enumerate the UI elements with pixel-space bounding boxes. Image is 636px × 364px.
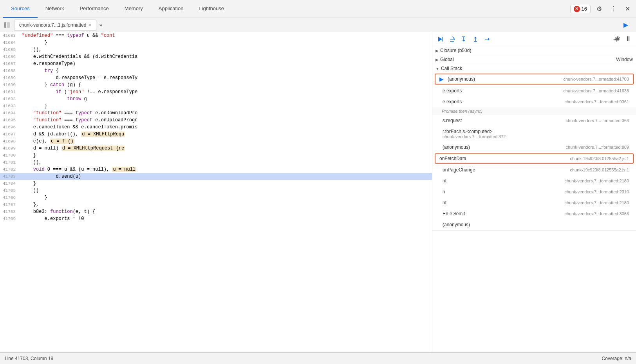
call-stack-item-srequest[interactable]: s.request chunk-vendors.7...:formatted:3… <box>432 115 636 126</box>
code-line-41692: 41692 throw g <box>0 96 432 103</box>
close-devtools-button[interactable]: ✕ <box>622 4 633 14</box>
code-line-41700: 41700 } <box>0 152 432 159</box>
tab-network[interactable]: Network <box>38 0 72 18</box>
code-line-41701: 41701 )), <box>0 159 432 166</box>
code-line-41697: 41697 d && (d.abort(), d = XMLHttpRequ <box>0 131 432 138</box>
code-line-41684: 41684 } <box>0 39 432 46</box>
call-stack-item-nt-1[interactable]: nt chunk-vendors.7...formatted:2180 <box>432 175 636 186</box>
run-script-button[interactable]: ▶ <box>620 20 631 31</box>
file-tab-right-actions: ▶ <box>620 20 634 31</box>
status-bar: Line 41703, Column 19 Coverage: n/a <box>0 352 636 364</box>
call-stack-section: ▼ Call Stack ▶ (anonymous) chunk-vendors… <box>432 64 636 231</box>
call-stack-item-n[interactable]: n chunk-vendors.7...formatted:2310 <box>432 186 636 197</box>
call-stack-item-nt-2[interactable]: nt chunk-vendors.7...formatted:2180 <box>432 197 636 208</box>
call-stack-item-onfetchdata[interactable]: onFetchData chunk-19c920f8.012555a2.js:1 <box>435 153 634 164</box>
settings-button[interactable]: ⚙ <box>594 4 605 14</box>
active-frame-arrow-icon: ▶ <box>439 76 444 82</box>
closure-header[interactable]: ▶ Closure (b50d) <box>432 46 636 55</box>
global-section: ▶ Global Window <box>432 55 636 64</box>
call-stack-item-anonymous-active[interactable]: ▶ (anonymous) chunk-vendors.7...ormatted… <box>435 74 634 85</box>
tab-sources[interactable]: Sources <box>3 0 38 18</box>
code-line-41698: 41698 c(e), c = f () <box>0 138 432 145</box>
code-line-41708: 41708 b8e3: function(e, t) { <box>0 208 432 215</box>
call-stack-item-anonymous-2[interactable]: (anonymous) chunk-vendors.7...:formatted… <box>432 142 636 153</box>
error-icon: ✕ <box>574 6 580 12</box>
call-stack-item-emit[interactable]: En.e.$emit chunk-vendors.7...formatted:3… <box>432 208 636 219</box>
code-line-41694: 41694 "function" === typeof e.onDownload… <box>0 110 432 117</box>
code-line-41686: 41686 e.withCredentials && (d.withCreden… <box>0 53 432 60</box>
call-stack-header[interactable]: ▼ Call Stack <box>432 64 636 73</box>
cursor-position: Line 41703, Column 19 <box>5 356 53 361</box>
code-line-41688: 41688 try { <box>0 67 432 74</box>
call-stack-item-onpagechange[interactable]: onPageChange chunk-19c920f8.012555a2.js:… <box>432 164 636 175</box>
code-line-41704: 41704 } <box>0 180 432 187</box>
code-line-41706: 41706 } <box>0 194 432 201</box>
sidebar-toggle-button[interactable] <box>2 20 13 31</box>
file-tab-close-button[interactable]: × <box>89 23 91 27</box>
svg-marker-6 <box>462 40 465 41</box>
call-stack-item-exports-1[interactable]: e.exports chunk-vendors.7...ormatted:416… <box>432 85 636 96</box>
scope-panel[interactable]: ▶ Closure (b50d) ▶ Global Window ▼ <box>432 46 636 352</box>
file-tab-chunk-vendors[interactable]: chunk-vendors.7...1.js:formatted × <box>14 20 96 31</box>
svg-marker-4 <box>454 38 455 40</box>
svg-marker-12 <box>488 38 490 41</box>
code-line-41691: 41691 if ("json" !== e.responseType <box>0 88 432 96</box>
code-line-41707: 41707 }, <box>0 201 432 208</box>
svg-rect-0 <box>4 22 6 28</box>
coverage-status: Coverage: n/a <box>602 356 631 361</box>
main-content: 41683 "undefined" === typeof u && "cont … <box>0 32 636 352</box>
svg-rect-3 <box>442 37 443 41</box>
more-options-button[interactable]: ⋮ <box>608 4 619 14</box>
tab-lighthouse[interactable]: Lighthouse <box>191 0 232 18</box>
file-tab-bar: chunk-vendors.7...1.js:formatted × » ▶ <box>0 18 636 32</box>
top-actions: ✕ 16 ⚙ ⋮ ✕ <box>570 4 633 14</box>
deactivate-breakpoints-button[interactable]: ✱ <box>612 34 621 44</box>
async-separator: Promise.then (async) <box>432 107 636 115</box>
pause-on-exceptions-button[interactable]: ⏸ <box>623 34 633 44</box>
code-line-41699: 41699 d = null) d = XMLHttpRequest {re <box>0 145 432 152</box>
call-stack-item-rforeach[interactable]: r.forEach.s.<computed> chunk-vendors.7..… <box>432 126 636 142</box>
resume-button[interactable] <box>435 34 445 44</box>
tab-application[interactable]: Application <box>151 0 192 18</box>
closure-section: ▶ Closure (b50d) <box>432 46 636 55</box>
step-over-button[interactable] <box>447 34 457 44</box>
code-line-41705: 41705 )) <box>0 187 432 194</box>
code-line-41693: 41693 } <box>0 103 432 110</box>
code-line-41685: 41685 )), <box>0 46 432 53</box>
step-out-button[interactable] <box>471 34 480 44</box>
code-line-41690: 41690 } catch (g) { <box>0 81 432 88</box>
call-stack-item-exports-2[interactable]: e.exports chunk-vendors.7...formatted:93… <box>432 96 636 107</box>
global-header[interactable]: ▶ Global Window <box>432 55 636 64</box>
debug-toolbar: ✱ ⏸ <box>432 32 636 46</box>
code-line-41687: 41687 e.responseType) <box>0 60 432 67</box>
svg-marker-2 <box>438 37 442 41</box>
tab-memory[interactable]: Memory <box>117 0 151 18</box>
code-line-41696: 41696 e.cancelToken && e.cancelToken.pro… <box>0 124 432 131</box>
top-tab-bar: Sources Network Performance Memory Appli… <box>0 0 636 18</box>
step-into-button[interactable] <box>459 34 468 44</box>
svg-rect-1 <box>7 22 10 28</box>
code-line-41709: 41709 e.exports = !0 <box>0 215 432 222</box>
svg-marker-9 <box>474 37 477 38</box>
code-line-41689: 41689 d.responseType = e.responseTy <box>0 74 432 81</box>
error-badge[interactable]: ✕ 16 <box>570 5 591 13</box>
code-editor[interactable]: 41683 "undefined" === typeof u && "cont … <box>0 32 432 352</box>
more-tabs-button[interactable]: » <box>96 22 105 28</box>
tab-performance[interactable]: Performance <box>72 0 116 18</box>
code-line-41703: 41703 d.send(u) <box>0 173 432 180</box>
code-line-41695: 41695 "function" === typeof e.onUploadPr… <box>0 117 432 124</box>
call-stack-item-anonymous-partial[interactable]: (anonymous) <box>432 219 636 230</box>
right-panel: ✱ ⏸ ▶ Closure (b50d) ▶ Global Window <box>432 32 636 352</box>
code-line-41683: 41683 "undefined" === typeof u && "cont <box>0 32 432 39</box>
step-button[interactable] <box>482 34 492 44</box>
code-line-41702: 41702 void 0 === u && (u = null), u = nu… <box>0 166 432 173</box>
